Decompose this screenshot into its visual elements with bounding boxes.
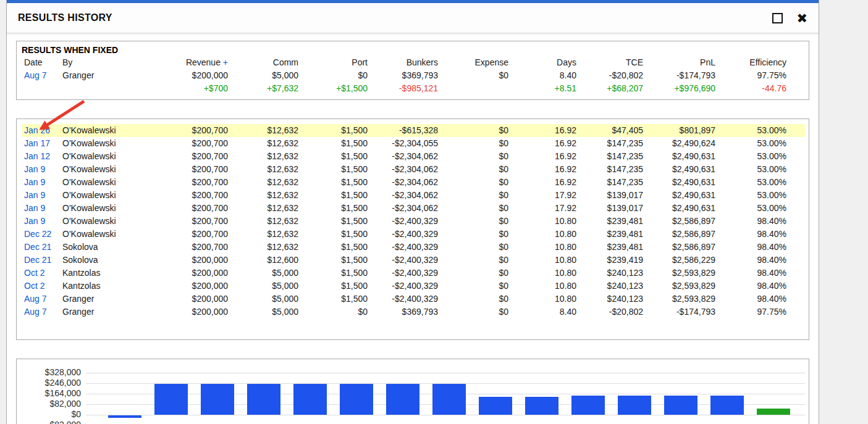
history-row-pnl: $2,586,897 — [646, 215, 718, 228]
date-link[interactable]: Jan 9 — [24, 177, 45, 187]
column-label: Efficiency — [749, 57, 786, 67]
close-button[interactable]: ✖ — [796, 12, 807, 25]
fixed-delta-row-bunkers: -$985,121 — [370, 82, 440, 95]
history-row-by: O'Kowalewski — [60, 137, 154, 150]
column-header-port[interactable]: Port — [301, 56, 370, 69]
date-link[interactable]: Oct 2 — [24, 268, 44, 278]
history-row[interactable]: Dec 21Sokolova$200,700$12,632$1,500-$2,4… — [22, 241, 805, 254]
history-row[interactable]: Jan 17O'Kowalewski$200,700$12,632$1,500-… — [22, 137, 805, 150]
date-link[interactable]: Dec 22 — [24, 229, 51, 239]
date-link[interactable]: Oct 2 — [24, 281, 44, 291]
date-link[interactable]: Aug 7 — [24, 70, 47, 80]
history-row-expense: $0 — [440, 150, 511, 163]
column-header-pnl[interactable]: PnL — [646, 56, 718, 69]
column-header-efficiency[interactable]: Efficiency — [718, 56, 805, 69]
history-row-port: $1,500 — [301, 163, 370, 176]
history-row-date[interactable]: Dec 21 — [22, 254, 60, 267]
history-row-days: 17.92 — [511, 189, 579, 202]
date-link[interactable]: Jan 9 — [24, 164, 45, 174]
column-header-tce[interactable]: TCE — [579, 56, 646, 69]
history-row-date[interactable]: Oct 2 — [22, 267, 60, 280]
chart-bar[interactable] — [710, 396, 744, 415]
history-row[interactable]: Jan 9O'Kowalewski$200,700$12,632$1,500-$… — [22, 215, 805, 228]
history-row[interactable]: Oct 2Kantzolas$200,000$5,000$1,500-$2,40… — [22, 280, 805, 293]
history-row[interactable]: Aug 7Granger$200,000$5,000$1,500-$2,400,… — [22, 293, 805, 306]
history-row[interactable]: Dec 22O'Kowalewski$200,700$12,632$1,500-… — [22, 228, 805, 241]
history-row-date[interactable]: Jan 9 — [22, 163, 60, 176]
history-row-port: $1,500 — [301, 241, 370, 254]
column-header-revenue[interactable]: Revenue + — [154, 56, 230, 69]
date-link[interactable]: Jan 9 — [24, 190, 45, 200]
chart-bar[interactable] — [571, 396, 605, 415]
history-row[interactable]: Jan 9O'Kowalewski$200,700$12,632$1,500-$… — [22, 189, 805, 202]
chart-bar[interactable] — [247, 384, 280, 415]
history-row-port: $1,500 — [301, 176, 370, 189]
history-row-date[interactable]: Jan 9 — [22, 202, 60, 215]
history-row-pnl: $2,593,829 — [646, 267, 718, 280]
column-header-expense[interactable]: Expense — [440, 56, 511, 69]
history-row[interactable]: Jan 9O'Kowalewski$200,700$12,632$1,500-$… — [22, 176, 805, 189]
column-header-comm[interactable]: Comm — [230, 56, 301, 69]
history-row-by: Kantzolas — [60, 280, 154, 293]
history-row-expense: $0 — [440, 124, 511, 137]
history-row-date[interactable]: Aug 7 — [22, 293, 60, 306]
chart-bar[interactable] — [432, 384, 466, 415]
history-row-date[interactable]: Jan 17 — [22, 137, 60, 150]
fixed-delta-row-tce: +$68,207 — [579, 82, 646, 95]
history-row-date[interactable]: Jan 9 — [22, 176, 60, 189]
history-row[interactable]: Jan 9O'Kowalewski$200,700$12,632$1,500-$… — [22, 202, 805, 215]
column-header-days[interactable]: Days — [511, 56, 579, 69]
chart-bar[interactable] — [386, 384, 419, 415]
chart-bar[interactable] — [201, 384, 234, 415]
chart-bar-highlighted[interactable] — [757, 409, 790, 415]
column-header-by[interactable]: By — [60, 56, 154, 69]
date-link[interactable]: Jan 12 — [24, 151, 50, 161]
chart-bar[interactable] — [664, 396, 697, 415]
history-row-port: $1,500 — [301, 228, 370, 241]
date-link[interactable]: Jan 17 — [24, 138, 50, 148]
date-link[interactable]: Aug 7 — [24, 294, 47, 304]
history-row[interactable]: Dec 21Sokolova$200,000$12,600$1,500-$2,4… — [22, 254, 805, 267]
history-row-date[interactable]: Dec 22 — [22, 228, 60, 241]
history-row-efficiency: 53.00% — [718, 189, 805, 202]
history-row-date[interactable]: Oct 2 — [22, 280, 60, 293]
history-row[interactable]: Jan 12O'Kowalewski$200,700$12,632$1,500-… — [22, 150, 805, 163]
chart-bar[interactable] — [479, 397, 512, 415]
history-row-by: O'Kowalewski — [60, 202, 154, 215]
history-row-by: O'Kowalewski — [60, 150, 154, 163]
history-row-comm: $12,632 — [230, 202, 301, 215]
column-header-bunkers[interactable]: Bunkers — [370, 56, 440, 69]
sort-indicator: + — [223, 57, 228, 67]
history-row-pnl: $2,490,624 — [646, 137, 718, 150]
column-header-date[interactable]: Date — [22, 56, 60, 69]
chart-bar[interactable] — [618, 396, 651, 415]
chart-bar[interactable] — [293, 384, 327, 415]
history-row-date[interactable]: Jan 9 — [22, 215, 60, 228]
chart-bar[interactable] — [154, 384, 188, 415]
history-row[interactable]: Jan 26O'Kowalewski$200,700$12,632$1,500-… — [22, 124, 805, 137]
history-row-date[interactable]: Dec 21 — [22, 241, 60, 254]
chart-bar[interactable] — [108, 415, 141, 418]
fixed-result-row-date[interactable]: Aug 7 — [22, 69, 60, 82]
history-row-date[interactable]: Jan 12 — [22, 150, 60, 163]
date-link[interactable]: Aug 7 — [24, 307, 47, 317]
history-row-port: $0 — [301, 306, 370, 318]
history-row-days: 16.92 — [511, 176, 579, 189]
history-row-pnl: -$174,793 — [646, 306, 718, 318]
chart-bar[interactable] — [340, 384, 373, 415]
history-row-port: $1,500 — [301, 267, 370, 280]
history-row[interactable]: Aug 7Granger$200,000$5,000$0$369,793$08.… — [22, 306, 805, 318]
date-link[interactable]: Dec 21 — [24, 242, 51, 252]
chart-bar[interactable] — [525, 397, 558, 415]
history-row-date[interactable]: Aug 7 — [22, 306, 60, 318]
history-row[interactable]: Oct 2Kantzolas$200,000$5,000$1,500-$2,40… — [22, 267, 805, 280]
date-link[interactable]: Jan 9 — [24, 216, 45, 226]
history-row-revenue: $200,700 — [154, 189, 230, 202]
maximize-button[interactable] — [770, 11, 784, 25]
results-history-panel: Jan 26O'Kowalewski$200,700$12,632$1,500-… — [16, 118, 809, 340]
history-row-date[interactable]: Jan 9 — [22, 189, 60, 202]
fixed-delta-row-days: +8.51 — [511, 82, 579, 95]
date-link[interactable]: Jan 9 — [24, 203, 45, 213]
history-row[interactable]: Jan 9O'Kowalewski$200,700$12,632$1,500-$… — [22, 163, 805, 176]
date-link[interactable]: Dec 21 — [24, 255, 51, 265]
